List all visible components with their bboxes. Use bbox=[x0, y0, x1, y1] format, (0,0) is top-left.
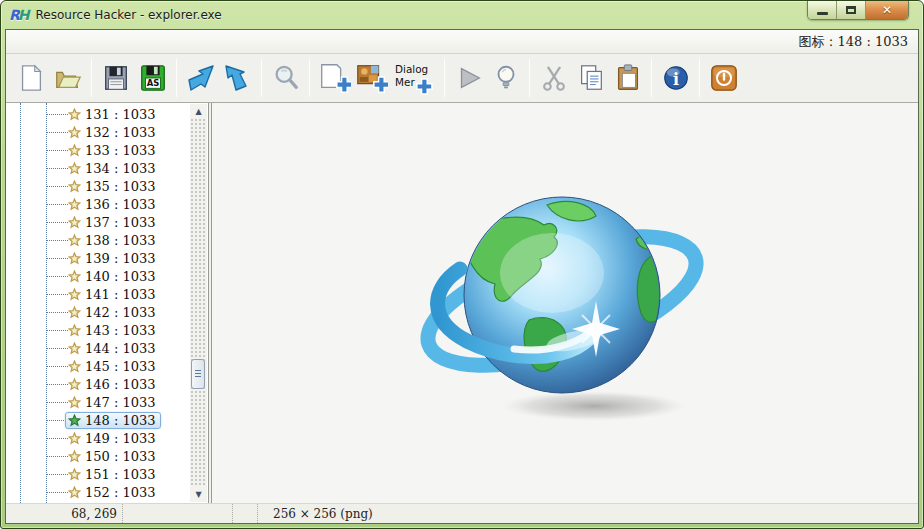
tree-item[interactable]: 150 : 1033 bbox=[6, 447, 208, 465]
save-as-button[interactable]: AS bbox=[134, 57, 171, 99]
forward-button[interactable] bbox=[219, 57, 256, 99]
tree-item-label: 148 : 1033 bbox=[85, 413, 156, 428]
resource-star-icon bbox=[68, 396, 81, 409]
info-icon: i bbox=[661, 63, 691, 93]
run-script-button[interactable] bbox=[450, 57, 487, 99]
save-button[interactable] bbox=[97, 57, 134, 99]
resource-star-icon bbox=[68, 180, 81, 193]
tree-item-label: 138 : 1033 bbox=[85, 233, 156, 248]
resource-star-icon bbox=[68, 252, 81, 265]
svg-text:Mer: Mer bbox=[395, 76, 415, 88]
minimize-icon bbox=[817, 12, 828, 15]
tree-item[interactable]: 151 : 1033 bbox=[6, 465, 208, 483]
new-file-button[interactable] bbox=[12, 57, 49, 99]
tree-item-label: 151 : 1033 bbox=[85, 467, 156, 482]
window-controls: ✕ bbox=[807, 1, 909, 20]
tree-item[interactable]: 139 : 1033 bbox=[6, 249, 208, 267]
tree-item-label: 141 : 1033 bbox=[85, 287, 156, 302]
app-window: RH Resource Hacker - explorer.exe ✕ 图标：1… bbox=[0, 0, 924, 529]
tree-item-label: 152 : 1033 bbox=[85, 485, 156, 500]
copy-button[interactable] bbox=[572, 57, 609, 99]
tree-item[interactable]: 145 : 1033 bbox=[6, 357, 208, 375]
add-resource-button[interactable] bbox=[315, 57, 352, 99]
menu-item[interactable] bbox=[82, 39, 100, 45]
back-arrow-icon bbox=[185, 62, 217, 94]
tree-item[interactable]: 136 : 1033 bbox=[6, 195, 208, 213]
resource-star-icon bbox=[68, 468, 81, 481]
tree-item[interactable]: 133 : 1033 bbox=[6, 141, 208, 159]
svg-text:i: i bbox=[672, 70, 678, 89]
tree-item[interactable]: 149 : 1033 bbox=[6, 429, 208, 447]
tree-item-label: 144 : 1033 bbox=[85, 341, 156, 356]
exit-icon bbox=[709, 63, 739, 93]
exit-button[interactable] bbox=[705, 57, 742, 99]
menu-item[interactable] bbox=[28, 39, 46, 45]
forward-arrow-icon bbox=[222, 62, 254, 94]
title-bar[interactable]: RH Resource Hacker - explorer.exe ✕ bbox=[1, 1, 923, 29]
tree-item[interactable]: 142 : 1033 bbox=[6, 303, 208, 321]
tree-item[interactable]: 135 : 1033 bbox=[6, 177, 208, 195]
dialog-merge-icon: Dialog Mer bbox=[391, 61, 437, 95]
dialog-merge-button[interactable]: Dialog Mer bbox=[389, 57, 439, 99]
info-button[interactable]: i bbox=[657, 57, 694, 99]
tree-item-label: 145 : 1033 bbox=[85, 359, 156, 374]
cut-button[interactable] bbox=[535, 57, 572, 99]
paste-icon bbox=[613, 63, 643, 93]
paste-button[interactable] bbox=[609, 57, 646, 99]
tree-item-label: 149 : 1033 bbox=[85, 431, 156, 446]
tree-item-label: 143 : 1033 bbox=[85, 323, 156, 338]
scroll-down-icon[interactable]: ▼ bbox=[190, 487, 207, 502]
menu-item[interactable] bbox=[64, 39, 82, 45]
tree-item[interactable]: 144 : 1033 bbox=[6, 339, 208, 357]
tree-item[interactable]: 140 : 1033 bbox=[6, 267, 208, 285]
scissors-icon bbox=[539, 63, 569, 93]
tree-item[interactable]: 137 : 1033 bbox=[6, 213, 208, 231]
maximize-button[interactable] bbox=[837, 1, 866, 19]
menu-bar: 图标：148 : 1033 bbox=[6, 30, 918, 54]
open-folder-icon bbox=[53, 63, 83, 93]
resource-star-icon bbox=[68, 288, 81, 301]
save-icon bbox=[101, 63, 131, 93]
open-file-button[interactable] bbox=[49, 57, 86, 99]
menu-item[interactable] bbox=[10, 39, 28, 45]
tree-item-label: 150 : 1033 bbox=[85, 449, 156, 464]
resource-star-icon bbox=[68, 306, 81, 319]
tree-item-label: 134 : 1033 bbox=[85, 161, 156, 176]
tree-item-label: 131 : 1033 bbox=[85, 107, 156, 122]
globe-icon-preview bbox=[412, 173, 712, 433]
tree-item[interactable]: 138 : 1033 bbox=[6, 231, 208, 249]
status-panel-empty bbox=[233, 504, 258, 523]
toolbar-separator bbox=[529, 59, 530, 97]
scroll-up-icon[interactable]: ▲ bbox=[190, 104, 207, 119]
tree-item[interactable]: 148 : 1033 bbox=[6, 411, 208, 429]
tree-item[interactable]: 147 : 1033 bbox=[6, 393, 208, 411]
tree-item-label: 146 : 1033 bbox=[85, 377, 156, 392]
resource-tree-panel: 131 : 1033 132 : 1033 bbox=[6, 103, 209, 503]
close-icon: ✕ bbox=[882, 4, 892, 16]
copy-icon bbox=[576, 63, 606, 93]
menu-item[interactable] bbox=[46, 39, 64, 45]
close-button[interactable]: ✕ bbox=[866, 1, 908, 19]
tree-item[interactable]: 141 : 1033 bbox=[6, 285, 208, 303]
tree-item-label: 133 : 1033 bbox=[85, 143, 156, 158]
scrollbar-thumb[interactable] bbox=[191, 359, 205, 389]
tree-item[interactable]: 132 : 1033 bbox=[6, 123, 208, 141]
window-title: Resource Hacker - explorer.exe bbox=[36, 8, 222, 22]
resource-star-icon bbox=[68, 198, 81, 211]
compile-button[interactable] bbox=[487, 57, 524, 99]
svg-text:Dialog: Dialog bbox=[395, 63, 428, 75]
tree-scrollbar[interactable]: ▲ ▼ bbox=[190, 104, 207, 502]
tree-item[interactable]: 152 : 1033 bbox=[6, 483, 208, 501]
minimize-button[interactable] bbox=[808, 1, 837, 19]
toolbar-separator bbox=[309, 59, 310, 97]
preview-panel bbox=[211, 103, 918, 503]
find-button[interactable] bbox=[267, 57, 304, 99]
resource-star-icon bbox=[68, 324, 81, 337]
tree-item[interactable]: 131 : 1033 bbox=[6, 105, 208, 123]
tree-item[interactable]: 146 : 1033 bbox=[6, 375, 208, 393]
back-button[interactable] bbox=[182, 57, 219, 99]
add-image-button[interactable] bbox=[352, 57, 389, 99]
window-body: 图标：148 : 1033 bbox=[5, 29, 919, 524]
tree-item[interactable]: 143 : 1033 bbox=[6, 321, 208, 339]
tree-item[interactable]: 134 : 1033 bbox=[6, 159, 208, 177]
